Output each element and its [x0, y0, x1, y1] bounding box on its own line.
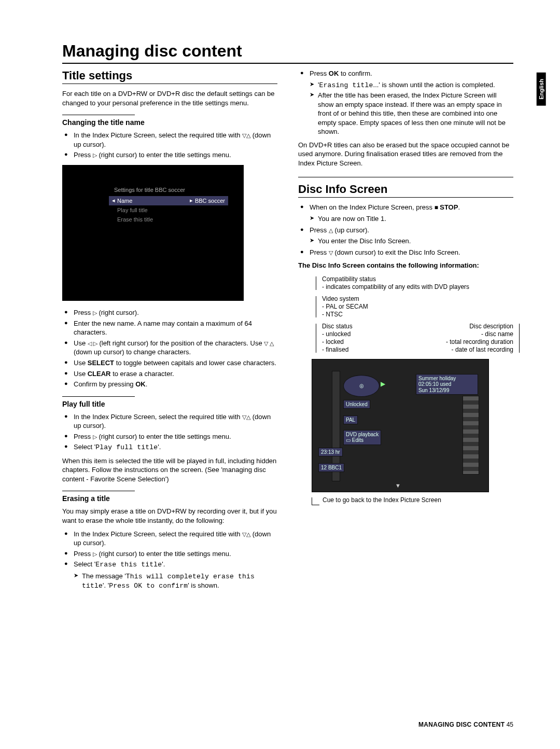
left-column: Title settings For each title on a DVD+R…: [62, 67, 277, 592]
title-rule: [62, 63, 513, 64]
result-line: After the title has been erased, the Ind…: [298, 91, 513, 136]
label-status: Disc status - unlocked - locked - finali…: [322, 323, 513, 354]
right-icon: ▷: [93, 434, 97, 440]
screen-description: Summer holiday 02:05:10 used Sun 13/12/9…: [416, 374, 478, 395]
footer-label: MANAGING DISC CONTENT: [418, 721, 505, 728]
screen-video-system: PAL: [343, 415, 358, 425]
screen-channel: 12 BBC1: [318, 463, 344, 473]
list-item: Press △ (up cursor).: [298, 226, 513, 235]
disc-info-steps-3: Press ▽ (down cursor) to exit the Disc I…: [298, 248, 513, 257]
list-item: Press ▽ (down cursor) to exit the Disc I…: [298, 248, 513, 257]
list-item: When on the Index Picture Screen, press …: [298, 203, 513, 212]
section-rule: [62, 84, 277, 84]
short-rule: [62, 115, 135, 115]
list-item: In the Index Picture Screen, select the …: [62, 412, 277, 431]
list-item: In the Index Picture Screen, select the …: [62, 530, 277, 548]
left-right-icon: ◁ ▷: [88, 340, 97, 346]
title-settings-heading: Title settings: [62, 69, 277, 82]
section-rule: [298, 197, 513, 198]
osd-text: Erase this title: [95, 561, 162, 568]
play-full-steps: In the Index Picture Screen, select the …: [62, 412, 277, 452]
cue-hook-icon: [312, 497, 319, 505]
screen-row-play: Play full title: [109, 205, 228, 215]
dvd-r-note: On DVD+R titles can also be erased but t…: [298, 141, 513, 168]
list-item: Use SELECT to toggle between capitals an…: [62, 358, 277, 368]
list-item: Press OK to confirm.: [298, 69, 513, 78]
list-item: Enter the new name. A name may contain a…: [62, 319, 277, 337]
list-item: Use CLEAR to erase a character.: [62, 369, 277, 379]
down-up-icon: ▽△: [242, 531, 250, 537]
result-line: You are now on Title 1.: [298, 214, 513, 224]
title-settings-screen: Settings for title BBC soccer ◂ Name ▸ B…: [62, 165, 244, 301]
list-item: Press ▷ (right cursor) to enter the titl…: [62, 150, 277, 160]
osd-text: Erasing title: [319, 81, 373, 89]
disc-info-diagram: Compatibility status - indicates compati…: [298, 275, 513, 505]
footer-page-number: 45: [507, 721, 513, 728]
down-icon: ▽: [329, 249, 333, 256]
right-arrow-icon: ▸: [190, 197, 195, 204]
erasing-intro: You may simply erase a title on DVD+RW b…: [62, 507, 277, 525]
language-tab: English: [537, 73, 546, 106]
page-title: Managing disc content: [62, 41, 513, 61]
after-screen-steps: Press ▷ (right cursor). Enter the new na…: [62, 308, 277, 389]
page-footer: MANAGING DISC CONTENT 45: [418, 721, 513, 728]
list-item: Press ▷ (right cursor) to enter the titl…: [62, 432, 277, 441]
stop-icon: ■: [435, 204, 440, 211]
short-rule: [62, 491, 135, 491]
list-item: Select 'Erase this title'.: [62, 560, 277, 570]
section-rule: [298, 177, 513, 177]
play-full-heading: Play full title: [62, 400, 277, 408]
cue-label: Cue to go back to the Index Picture Scre…: [312, 496, 513, 505]
up-icon: △: [329, 227, 333, 233]
disc-info-steps-2: Press △ (up cursor).: [298, 226, 513, 235]
erasing-heading: Erasing a title: [62, 494, 277, 503]
disc-info-screen: ◎ ▶ Summer holiday 02:05:10 used Sun 13/…: [312, 359, 489, 492]
screen-row-value: BBC soccer: [195, 198, 225, 204]
result-line: The message 'This will completely erase …: [62, 572, 277, 591]
result-line: 'Erasing title...' is shown until the ac…: [298, 80, 513, 90]
disc-info-heading: Disc Info Screen: [298, 183, 513, 196]
list-item: Press ▷ (right cursor) to enter the titl…: [62, 549, 277, 559]
disc-info-steps: When on the Index Picture Screen, press …: [298, 203, 513, 212]
down-up-icon: ▽△: [242, 414, 250, 420]
list-item: Use ◁ ▷ (left right cursor) for the posi…: [62, 339, 277, 357]
changing-title-heading: Changing the title name: [62, 118, 277, 127]
disc-icon: ◎: [343, 375, 380, 397]
label-description: Disc description - disc name - total rec…: [446, 323, 513, 354]
disc-info-contains: The Disc Info Screen contains the follow…: [298, 261, 513, 270]
down-up-icon: ▽ △: [264, 340, 274, 346]
screen-row-label: Name: [117, 198, 190, 204]
screen-track-bar: [463, 396, 479, 475]
title-settings-intro: For each title on a DVD+RW or DVD+R disc…: [62, 89, 277, 107]
right-icon: ▷: [93, 152, 97, 158]
screen-header: Settings for title BBC soccer: [114, 187, 185, 193]
list-item: Select 'Play full title'.: [62, 442, 277, 452]
list-item: Confirm by pressing OK.: [62, 380, 277, 389]
screen-status: Unlocked: [343, 400, 370, 409]
right-icon: ▷: [93, 310, 97, 316]
down-cue-icon: ▼: [395, 482, 401, 489]
screen-compat: DVD playback ▭ Edits: [343, 430, 381, 445]
list-item: Press ▷ (right cursor).: [62, 308, 277, 317]
two-column-layout: Title settings For each title on a DVD+R…: [62, 67, 513, 592]
short-rule: [62, 396, 135, 397]
confirm-step: Press OK to confirm.: [298, 69, 513, 78]
down-up-icon: ▽△: [242, 132, 250, 138]
label-video: Video system - PAL or SECAM - NTSC: [322, 295, 513, 318]
right-icon: ▷: [93, 551, 97, 557]
play-icon: ▶: [381, 380, 385, 387]
osd-text: Play full title: [95, 443, 158, 451]
screen-menu: ◂ Name ▸ BBC soccer Play full title Eras…: [109, 196, 228, 224]
changing-title-steps: In the Index Picture Screen, select the …: [62, 131, 277, 160]
screen-row-name: ◂ Name ▸ BBC soccer: [109, 196, 228, 205]
screen-row-erase: Erase this title: [109, 215, 228, 224]
play-full-after: When this item is selected the title wil…: [62, 456, 277, 484]
list-item: In the Index Picture Screen, select the …: [62, 131, 277, 149]
erasing-steps: In the Index Picture Screen, select the …: [62, 530, 277, 570]
result-line: You enter the Disc Info Screen.: [298, 237, 513, 246]
left-arrow-icon: ◂: [112, 197, 117, 204]
osd-text: Press OK to confirm: [109, 582, 188, 590]
screen-time: 23:13 hr: [318, 448, 343, 457]
right-column: Press OK to confirm. 'Erasing title...' …: [298, 67, 513, 592]
label-compat: Compatibility status - indicates compati…: [322, 275, 513, 291]
